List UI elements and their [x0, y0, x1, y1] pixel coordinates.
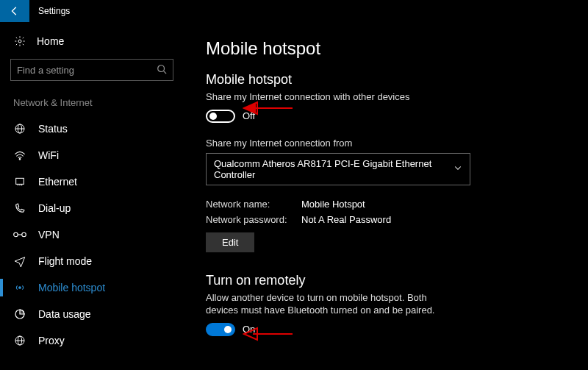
phone-icon	[13, 202, 26, 214]
edit-button[interactable]: Edit	[206, 232, 254, 252]
hotspot-icon	[13, 282, 26, 293]
sidebar-item-flightmode[interactable]: Flight mode	[0, 248, 184, 274]
vpn-icon	[13, 230, 26, 239]
svg-point-1	[158, 65, 165, 71]
svg-point-0	[18, 40, 21, 43]
main-panel: Mobile hotspot Mobile hotspot Share my I…	[184, 22, 588, 370]
proxy-icon	[13, 335, 26, 346]
svg-line-2	[164, 71, 167, 74]
search-input[interactable]	[17, 65, 157, 76]
hotspot-desc: Share my Internet connection with other …	[206, 90, 456, 104]
sidebar-item-status[interactable]: Status	[0, 115, 184, 142]
network-password-value: Not A Real Password	[301, 214, 566, 225]
sidebar-item-ethernet[interactable]: Ethernet	[0, 168, 184, 195]
airplane-icon	[13, 255, 26, 267]
share-from-label: Share my Internet connection from	[206, 138, 566, 149]
network-name-value: Mobile Hotspot	[301, 199, 566, 210]
sidebar-item-proxy[interactable]: Proxy	[0, 327, 184, 354]
gear-icon	[13, 35, 26, 47]
sidebar-item-label: WiFi	[38, 149, 59, 161]
sidebar-item-label: Ethernet	[38, 176, 77, 188]
ethernet-icon	[13, 177, 26, 187]
globe-icon	[13, 123, 26, 135]
remote-toggle-state: On	[243, 324, 255, 335]
back-button[interactable]	[0, 0, 29, 22]
sidebar-home-label: Home	[37, 35, 64, 47]
sidebar-item-label: Data usage	[38, 308, 91, 320]
remote-desc: Allow another device to turn on mobile h…	[206, 291, 456, 317]
sidebar-item-label: Mobile hotspot	[38, 282, 105, 293]
page-title: Mobile hotspot	[206, 38, 566, 59]
hotspot-heading: Mobile hotspot	[206, 72, 566, 88]
network-name-label: Network name:	[206, 199, 301, 210]
sidebar-group-label: Network & Internet	[0, 94, 184, 115]
remote-heading: Turn on remotely	[206, 273, 566, 288]
adapter-value: Qualcomm Atheros AR8171 PCI-E Gigabit Et…	[214, 158, 453, 180]
arrow-left-icon	[10, 6, 20, 16]
svg-point-14	[19, 287, 21, 289]
sidebar-item-vpn[interactable]: VPN	[0, 221, 184, 248]
svg-rect-7	[16, 178, 24, 184]
network-details: Network name: Mobile Hotspot Network pas…	[206, 199, 566, 225]
hotspot-toggle-state: Off	[243, 110, 255, 121]
sidebar-item-mobilehotspot[interactable]: Mobile hotspot	[0, 274, 184, 301]
adapter-dropdown[interactable]: Qualcomm Atheros AR8171 PCI-E Gigabit Et…	[206, 153, 470, 185]
sidebar-home[interactable]: Home	[0, 29, 184, 53]
sidebar: Home Network & Internet Status WiFi Ethe…	[0, 22, 184, 370]
sidebar-item-dialup[interactable]: Dial-up	[0, 195, 184, 221]
remote-toggle[interactable]	[206, 323, 235, 336]
sidebar-item-label: Proxy	[38, 335, 65, 346]
chevron-down-icon	[453, 163, 462, 174]
search-icon	[157, 64, 167, 77]
app-title: Settings	[38, 6, 70, 16]
svg-point-11	[14, 232, 18, 237]
title-bar: Settings	[0, 0, 588, 22]
sidebar-item-label: VPN	[38, 229, 60, 241]
sidebar-item-label: Status	[38, 123, 68, 135]
sidebar-item-wifi[interactable]: WiFi	[0, 142, 184, 168]
search-box[interactable]	[10, 59, 173, 81]
svg-point-12	[22, 232, 26, 237]
sidebar-item-label: Flight mode	[38, 255, 92, 267]
sidebar-item-label: Dial-up	[38, 202, 71, 214]
hotspot-toggle[interactable]	[206, 110, 235, 123]
data-usage-icon	[13, 308, 26, 320]
wifi-icon	[13, 150, 26, 160]
network-password-label: Network password:	[206, 214, 301, 225]
sidebar-item-datausage[interactable]: Data usage	[0, 301, 184, 327]
svg-point-6	[19, 159, 21, 160]
